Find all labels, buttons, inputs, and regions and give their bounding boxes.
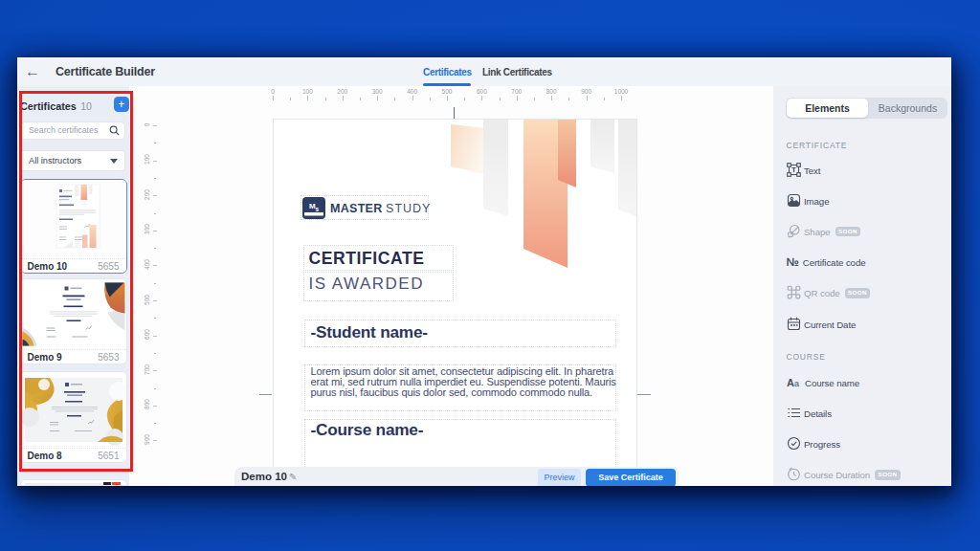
svg-text:a: a [794,378,799,387]
svg-text:s: s [316,206,320,212]
svg-text:A: A [787,376,794,387]
